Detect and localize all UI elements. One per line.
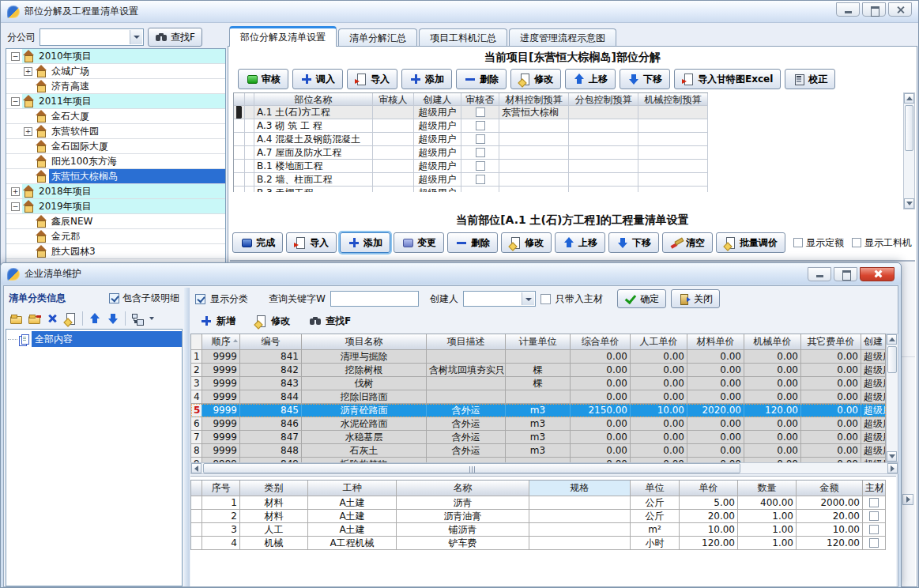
tree-item-hengda-palm[interactable]: 东营恒大棕榈岛 bbox=[6, 169, 225, 184]
row-checkbox[interactable] bbox=[476, 175, 485, 184]
show-materials-checkbox[interactable] bbox=[852, 238, 861, 247]
move-up-icon[interactable] bbox=[89, 312, 101, 325]
table-row[interactable]: 39999843伐树棵0.000.000.000.000.00超级用户 bbox=[191, 377, 886, 390]
tab-list-summary[interactable]: 清单分解汇总 bbox=[338, 28, 417, 47]
tree-item-jinshi[interactable]: 金石大厦 bbox=[6, 109, 225, 124]
move-down-icon[interactable] bbox=[107, 312, 119, 325]
collapse-minus-icon[interactable]: − bbox=[11, 52, 20, 61]
table-row[interactable]: A.3 砌 筑 工 程超级用户 bbox=[234, 119, 708, 133]
change-button[interactable]: 变更 bbox=[394, 232, 444, 253]
tree-item-zhongcheng[interactable]: +众城广场 bbox=[6, 64, 225, 79]
scroll-down-button[interactable] bbox=[904, 198, 914, 209]
table-row[interactable]: 89999848石灰土含外运m30.000.000.000.000.00超级用户 bbox=[191, 444, 886, 458]
ok-button[interactable]: 确定 bbox=[617, 289, 666, 308]
close-dialog-button[interactable]: 关闭 bbox=[671, 289, 720, 308]
row-checkbox[interactable] bbox=[476, 134, 485, 144]
move-down-button[interactable]: 下移 bbox=[620, 69, 670, 89]
show-category-checkbox[interactable] bbox=[195, 294, 205, 304]
scroll-right-button[interactable] bbox=[902, 494, 913, 505]
company-select[interactable] bbox=[40, 28, 144, 46]
tree-item-yangguang100[interactable]: 阳光100东方海 bbox=[6, 154, 225, 169]
add-button[interactable]: 添加 bbox=[340, 232, 390, 253]
row-checkbox[interactable] bbox=[869, 538, 879, 548]
tree-item-all-content[interactable]: 全部内容 bbox=[6, 331, 182, 347]
audit-button[interactable]: 审核 bbox=[238, 69, 288, 89]
tree-item-jinshi-intl[interactable]: 金石国际大厦 bbox=[6, 139, 225, 154]
batch-reprice-button[interactable]: 批量调价 bbox=[716, 232, 785, 253]
add-button[interactable]: 添加 bbox=[401, 69, 452, 89]
table-row[interactable]: 79999847水稳基层含外运m30.000.000.000.000.00超级用… bbox=[191, 431, 886, 444]
table-row[interactable]: 3人工A土建铺沥青m²10.001.0010.00 bbox=[191, 523, 886, 537]
move-up-button[interactable]: 上移 bbox=[565, 69, 616, 89]
table-row[interactable]: 2材料A土建沥青油膏公斤20.001.0020.00 bbox=[191, 510, 886, 523]
table-row[interactable]: B.2 墙、柱面工程超级用户 bbox=[234, 173, 708, 187]
scroll-up-button[interactable] bbox=[887, 334, 897, 345]
table-row[interactable]: 59999845沥青砼路面含外运m32150.0010.002020.00120… bbox=[191, 404, 886, 417]
new-folder-icon[interactable] bbox=[9, 312, 22, 325]
table-row[interactable]: B.1 楼地面工程超级用户 bbox=[234, 160, 708, 173]
expand-plus-icon[interactable]: + bbox=[24, 67, 32, 76]
expand-plus-icon[interactable]: + bbox=[11, 187, 20, 196]
collapse-minus-icon[interactable]: − bbox=[11, 97, 20, 106]
import-button[interactable]: 导入 bbox=[347, 69, 397, 89]
table-row[interactable]: B.3 天棚工程超级用户 bbox=[234, 187, 708, 192]
delete-button[interactable]: 删除 bbox=[456, 69, 507, 89]
tree-item-dongying-software[interactable]: +东营软件园 bbox=[6, 124, 225, 139]
modify-doc-icon[interactable] bbox=[64, 312, 77, 325]
new-button[interactable]: 新增 bbox=[200, 315, 235, 328]
main-material-only-checkbox[interactable] bbox=[540, 294, 551, 304]
scroll-down-button[interactable] bbox=[887, 451, 897, 462]
row-checkbox[interactable] bbox=[869, 525, 879, 534]
modify-button[interactable]: 修改 bbox=[254, 315, 290, 328]
row-checkbox[interactable] bbox=[476, 107, 485, 117]
close-button[interactable] bbox=[888, 2, 912, 17]
table-row[interactable]: 49999844挖除旧路面0.000.000.000.000.00超级用户 bbox=[191, 390, 886, 404]
table-row[interactable]: 4机械A工程机械铲车费小时120.001.00120.00 bbox=[191, 537, 886, 550]
load-in-button[interactable]: 调入 bbox=[292, 69, 343, 89]
list-vertical-scrollbar[interactable] bbox=[886, 334, 898, 462]
tab-project-materials-summary[interactable]: 项目工料机汇总 bbox=[419, 28, 507, 47]
move-up-button[interactable]: 上移 bbox=[555, 232, 605, 253]
table-row[interactable]: A.7 屋面及防水工程超级用户 bbox=[234, 146, 708, 160]
table-row[interactable]: 69999846水泥砼路面含外运m30.000.000.000.000.00超级… bbox=[191, 417, 886, 431]
table-row[interactable]: A.1 土(石)方工程超级用户东营恒大棕榈 bbox=[234, 106, 708, 119]
tree-item-jiqing[interactable]: 济青高速 bbox=[6, 79, 225, 94]
scroll-thumb[interactable] bbox=[203, 463, 740, 473]
modify-button[interactable]: 修改 bbox=[510, 69, 561, 89]
dropdown-caret-icon[interactable] bbox=[149, 317, 154, 320]
tree-item-y2011[interactable]: −2011年项目 bbox=[6, 94, 225, 109]
dialog-minimize-button[interactable] bbox=[808, 267, 831, 281]
tree-view-icon[interactable] bbox=[131, 312, 144, 325]
scroll-left-button[interactable] bbox=[191, 463, 202, 473]
move-down-button[interactable]: 下移 bbox=[608, 232, 659, 253]
import-button[interactable]: 导入 bbox=[286, 232, 337, 253]
maximize-button[interactable] bbox=[862, 2, 886, 17]
clear-button[interactable]: 清空 bbox=[662, 232, 713, 253]
row-checkbox[interactable] bbox=[476, 121, 485, 130]
delete-button[interactable]: 删除 bbox=[447, 232, 498, 253]
find-button[interactable]: 查找F bbox=[309, 315, 351, 328]
tab-breakdown-and-list[interactable]: 部位分解及清单设置 bbox=[229, 26, 337, 47]
tree-item-y2019[interactable]: −2019年项目 bbox=[6, 199, 225, 214]
scroll-thumb[interactable] bbox=[887, 346, 897, 373]
creator-select[interactable] bbox=[463, 291, 536, 307]
modify-button[interactable]: 修改 bbox=[501, 232, 552, 253]
minimize-button[interactable] bbox=[836, 2, 860, 17]
scroll-thumb[interactable] bbox=[905, 105, 913, 151]
dialog-maximize-button[interactable] bbox=[834, 267, 857, 281]
find-button[interactable]: 查找F bbox=[148, 28, 202, 47]
tab-progress-flow-diagram[interactable]: 进度管理流程示意图 bbox=[509, 28, 616, 47]
table-row[interactable]: A.4 混凝土及钢筋混凝土超级用户 bbox=[234, 133, 708, 146]
scroll-up-button[interactable] bbox=[904, 93, 914, 104]
row-checkbox[interactable] bbox=[869, 511, 879, 521]
tree-item-y2018[interactable]: +2018年项目 bbox=[6, 184, 225, 199]
row-checkbox[interactable] bbox=[476, 148, 485, 157]
scroll-right-button[interactable] bbox=[887, 463, 898, 473]
breakdown-vertical-scrollbar[interactable] bbox=[903, 92, 915, 209]
tree-item-jinyuanjun[interactable]: 金元郡 bbox=[6, 229, 225, 244]
show-quota-checkbox[interactable] bbox=[793, 238, 803, 247]
table-row[interactable]: 19999841清理与掘除0.000.000.000.000.00超级用户 bbox=[191, 350, 886, 364]
finish-button[interactable]: 完成 bbox=[232, 232, 283, 253]
panel-splitter[interactable] bbox=[184, 288, 190, 586]
collapse-minus-icon[interactable]: − bbox=[11, 202, 20, 211]
